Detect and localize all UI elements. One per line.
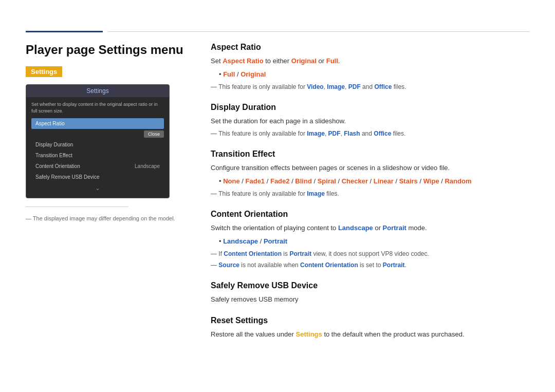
content-orientation-note1: If Content Orientation is Portrait view,… [211, 249, 529, 258]
display-duration-note: This feature is only available for Image… [211, 129, 529, 138]
section-aspect-ratio: Aspect Ratio Set Aspect Ratio to either … [211, 43, 529, 91]
page-title: Player page Settings menu [26, 43, 185, 57]
mockup-item-content-orientation[interactable]: Content Orientation Landscape [31, 161, 164, 172]
display-duration-desc: Set the duration for each page in a slid… [211, 116, 529, 127]
aspect-ratio-bullet: Full / Original [219, 69, 529, 80]
mockup-item-value: Landscape [135, 163, 160, 169]
section-reset-settings: Reset Settings Restore all the values un… [211, 316, 529, 340]
mockup-item-transition-effect[interactable]: Transition Effect [31, 150, 164, 161]
section-title-content-orientation: Content Orientation [211, 210, 529, 219]
mockup-item-label: Aspect Ratio [35, 121, 65, 126]
transition-effect-desc: Configure transition effects between pag… [211, 163, 529, 174]
left-note: The displayed image may differ depending… [26, 215, 185, 221]
reset-settings-desc: Restore all the values under Settings to… [211, 329, 529, 340]
section-title-transition-effect: Transition Effect [211, 150, 529, 159]
section-title-aspect-ratio: Aspect Ratio [211, 43, 529, 52]
mockup-item-label: Transition Effect [35, 153, 72, 158]
content-orientation-desc: Switch the orientation of playing conten… [211, 223, 529, 234]
section-transition-effect: Transition Effect Configure transition e… [211, 150, 529, 198]
mockup-description: Set whether to display content in the or… [31, 101, 164, 114]
mockup-chevron-down: ⌄ [31, 182, 164, 194]
left-divider [26, 207, 128, 207]
section-display-duration: Display Duration Set the duration for ea… [211, 103, 529, 139]
section-title-display-duration: Display Duration [211, 103, 529, 112]
mockup-item-label: Content Orientation [35, 163, 80, 169]
mockup-item-display-duration[interactable]: Display Duration [31, 139, 164, 150]
settings-mockup: Settings Set whether to display content … [26, 84, 170, 198]
section-title-reset-settings: Reset Settings [211, 316, 529, 325]
content-orientation-bullet: Landscape / Portrait [219, 236, 529, 247]
mockup-item-label: Safely Remove USB Device [35, 174, 100, 180]
section-title-safely-remove: Safely Remove USB Device [211, 281, 529, 290]
mockup-item-label: Display Duration [35, 142, 73, 147]
mockup-close-btn[interactable]: Close [144, 130, 164, 138]
section-content-orientation: Content Orientation Switch the orientati… [211, 210, 529, 270]
transition-effect-bullet: None / Fade1 / Fade2 / Blind / Spiral / … [219, 176, 529, 187]
mockup-item-safely-remove[interactable]: Safely Remove USB Device [31, 172, 164, 182]
settings-badge: Settings [26, 66, 62, 77]
aspect-ratio-desc: Set Aspect Ratio to either Original or F… [211, 56, 529, 67]
mockup-titlebar: Settings [26, 85, 169, 97]
aspect-ratio-note: This feature is only available for Video… [211, 82, 529, 91]
transition-effect-note: This feature is only available for Image… [211, 189, 529, 198]
section-safely-remove: Safely Remove USB Device Safely removes … [211, 281, 529, 305]
top-divider-right [108, 31, 529, 32]
right-panel: Aspect Ratio Set Aspect Ratio to either … [200, 43, 529, 351]
top-divider-left [26, 31, 103, 32]
mockup-item-aspect-ratio[interactable]: Aspect Ratio [31, 118, 164, 129]
left-panel: Player page Settings menu Settings Setti… [26, 43, 200, 351]
content-orientation-note2: Source is not available when Content Ori… [211, 260, 529, 270]
safely-remove-desc: Safely removes USB memory [211, 294, 529, 305]
mockup-content: Set whether to display content in the or… [26, 97, 169, 198]
